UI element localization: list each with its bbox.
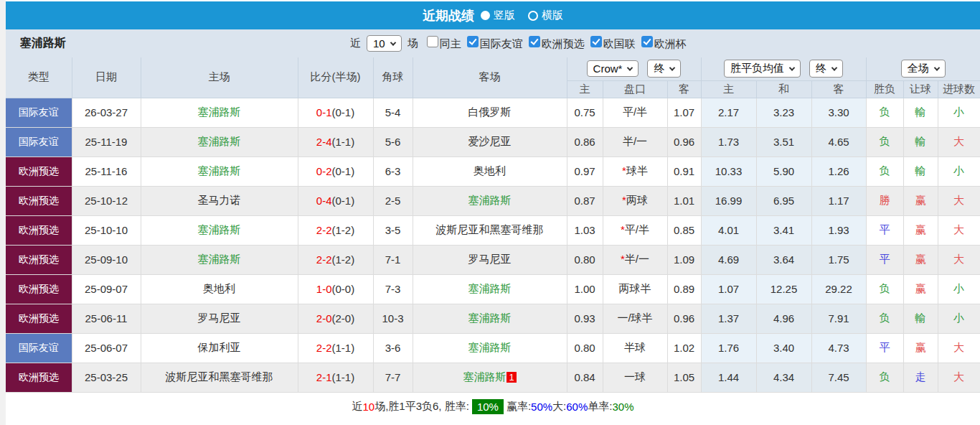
score-cell: 1-0(0-0) xyxy=(298,274,373,304)
away-team: 塞浦路斯 xyxy=(413,186,567,215)
home-team: 罗马尼亚 xyxy=(141,304,298,333)
scope-select[interactable]: 全场 xyxy=(901,60,946,78)
layout-option-vertical[interactable]: 竖版 xyxy=(481,9,515,22)
chevron-down-icon xyxy=(627,65,633,70)
col-header-away: 客场 xyxy=(413,57,567,98)
checked-checkbox-icon[interactable] xyxy=(641,36,653,47)
home-team: 波斯尼亚和黑塞哥维那 xyxy=(141,363,298,392)
euro-home-odds: 1.44 xyxy=(701,363,756,392)
filter-label[interactable]: 同主 xyxy=(440,37,461,50)
radio-selected-icon[interactable] xyxy=(481,11,490,20)
home-team: 塞浦路斯 xyxy=(141,157,298,186)
asian-odds-state-value: 终 xyxy=(654,62,664,75)
table-row: 国际友谊 26-03-27 塞浦路斯 0-1(0-1) 5-4 白俄罗斯 0.7… xyxy=(6,98,980,127)
handicap-value: 平/半 xyxy=(603,98,667,127)
away-team: 波斯尼亚和黑塞哥维那 xyxy=(413,215,567,245)
table-row: 欧洲预选 25-03-25 波斯尼亚和黑塞哥维那 2-1(1-1) 7-7 塞浦… xyxy=(6,363,980,392)
asian-odds-state-select[interactable]: 终 xyxy=(647,60,681,78)
result-wdl: 勝 xyxy=(866,186,903,215)
score-cell: 2-4(1-1) xyxy=(298,127,373,157)
asian-home-odds: 1.00 xyxy=(567,274,603,304)
result-wdl: 平 xyxy=(866,245,903,274)
checked-checkbox-icon[interactable] xyxy=(529,36,540,47)
checked-checkbox-icon[interactable] xyxy=(467,36,479,47)
summary-segment: 赢率: xyxy=(507,400,531,414)
subcol-handicap: 盘口 xyxy=(603,80,667,98)
away-team: 罗马尼亚 xyxy=(413,245,567,274)
match-date: 25-11-19 xyxy=(72,127,141,157)
table-row: 欧洲预选 25-10-10 塞浦路斯 2-2(1-2) 3-5 波斯尼亚和黑塞哥… xyxy=(6,215,980,245)
euro-draw-odds: 6.95 xyxy=(756,186,811,215)
recent-count-select[interactable]: 10 xyxy=(367,35,402,52)
euro-home-odds: 10.33 xyxy=(701,157,756,186)
asian-away-odds: 1.05 xyxy=(667,363,701,392)
col-header-home: 主场 xyxy=(141,57,298,98)
corners-score: 7-3 xyxy=(373,274,413,304)
away-team: 塞浦路斯 xyxy=(413,304,567,333)
result-handicap: 赢 xyxy=(903,333,938,363)
asian-home-odds: 0.80 xyxy=(567,333,603,363)
subcol-euro-home: 主 xyxy=(701,80,756,98)
corners-score: 7-7 xyxy=(373,363,413,392)
euro-away-odds: 1.93 xyxy=(811,215,866,245)
asian-home-odds: 0.84 xyxy=(567,363,603,392)
match-date: 25-09-07 xyxy=(72,274,141,304)
results-table: 类型 日期 主场 比分(半场) 角球 客场 Crow* 终 xyxy=(6,57,980,393)
match-type-badge: 国际友谊 xyxy=(6,98,72,127)
subcol-euro-away: 客 xyxy=(811,80,866,98)
unchecked-checkbox-icon[interactable] xyxy=(427,36,438,47)
home-team: 圣马力诺 xyxy=(141,186,298,215)
match-type-badge: 欧洲预选 xyxy=(6,245,72,274)
layout-option-horizontal[interactable]: 横版 xyxy=(528,9,563,22)
euro-odds-select-value: 胜平负均值 xyxy=(730,62,784,75)
handicap-value: *两球 xyxy=(603,186,667,215)
filter-label[interactable]: 欧国联 xyxy=(603,37,636,50)
col-header-type: 类型 xyxy=(6,57,72,98)
radio-unselected-icon[interactable] xyxy=(528,11,538,21)
asian-away-odds: 0.85 xyxy=(667,215,701,245)
asian-away-odds: 0.89 xyxy=(667,274,701,304)
euro-odds-state-select[interactable]: 终 xyxy=(809,60,843,78)
asian-away-odds: 0.96 xyxy=(667,127,701,157)
result-goals: 大 xyxy=(938,333,980,363)
match-type-badge: 欧洲预选 xyxy=(6,157,72,186)
euro-away-odds: 7.91 xyxy=(811,304,866,333)
score-cell: 0-1(0-1) xyxy=(298,98,373,127)
euro-draw-odds: 4.34 xyxy=(756,363,811,392)
away-team: 白俄罗斯 xyxy=(413,98,567,127)
handicap-value: 一球 xyxy=(603,363,667,392)
summary-segment: 近 xyxy=(352,400,362,414)
filter-checkbox-group: 同主国际友谊欧洲预选欧国联欧洲杯 xyxy=(421,36,687,51)
table-row: 欧洲预选 25-09-07 奥地利 1-0(0-0) 7-3 塞浦路斯 1.00… xyxy=(6,274,980,304)
scope-select-value: 全场 xyxy=(908,62,929,75)
euro-home-odds: 1.07 xyxy=(701,274,756,304)
table-row: 国际友谊 25-11-19 塞浦路斯 2-4(1-1) 5-6 爱沙尼亚 0.8… xyxy=(6,127,980,157)
summary-segment: 单率: xyxy=(588,400,612,414)
bookmaker-select[interactable]: Crow* xyxy=(587,60,639,77)
asian-home-odds: 0.75 xyxy=(567,98,603,127)
table-row: 国际友谊 25-06-07 保加利亚 2-2(1-1) 3-6 塞浦路斯 0.8… xyxy=(6,333,980,363)
summary-segment: 场,胜1平3负6, 胜率: xyxy=(374,400,469,414)
result-goals: 大 xyxy=(938,245,980,274)
match-type-badge: 欧洲预选 xyxy=(6,186,72,215)
euro-odds-select[interactable]: 胜平负均值 xyxy=(724,60,801,78)
match-type-badge: 欧洲预选 xyxy=(6,215,72,245)
recent-suffix-label: 场 xyxy=(407,37,418,50)
euro-away-odds: 4.65 xyxy=(811,127,866,157)
filter-label[interactable]: 国际友谊 xyxy=(480,37,523,50)
euro-home-odds: 16.99 xyxy=(701,186,756,215)
filter-bar: 塞浦路斯 近 10 场 同主国际友谊欧洲预选欧国联欧洲杯 xyxy=(6,29,980,57)
euro-home-odds: 4.01 xyxy=(701,215,756,245)
filter-label[interactable]: 欧洲预选 xyxy=(542,37,585,50)
match-type-badge: 欧洲预选 xyxy=(6,274,72,304)
result-goals: 大 xyxy=(938,186,980,215)
filter-label[interactable]: 欧洲杯 xyxy=(654,37,687,50)
match-type-badge: 国际友谊 xyxy=(6,127,72,157)
asian-home-odds: 0.86 xyxy=(567,127,603,157)
result-wdl: 负 xyxy=(866,127,903,157)
layout-option-label: 横版 xyxy=(542,9,563,22)
euro-home-odds: 4.69 xyxy=(701,245,756,274)
home-team: 塞浦路斯 xyxy=(141,215,298,245)
checked-checkbox-icon[interactable] xyxy=(590,36,602,47)
asian-away-odds: 1.01 xyxy=(667,186,701,215)
